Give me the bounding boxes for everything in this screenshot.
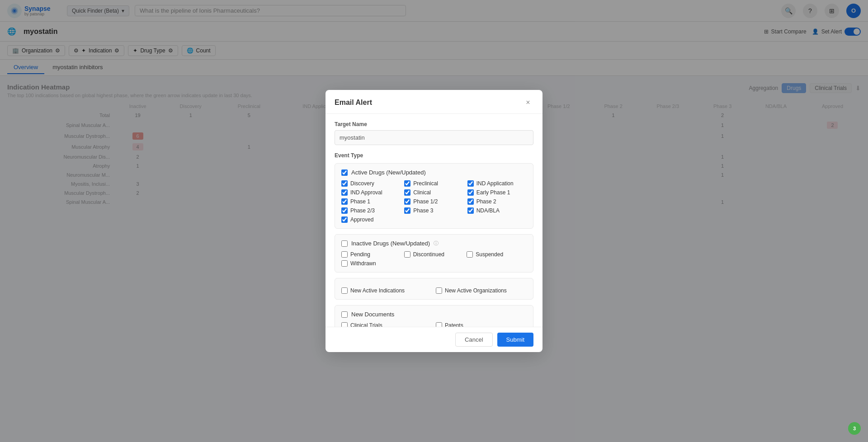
modal-header: Email Alert × xyxy=(326,90,542,114)
event-type-label: Event Type xyxy=(335,152,533,159)
modal-close-button[interactable]: × xyxy=(523,97,533,108)
phase12-option[interactable]: Phase 1/2 xyxy=(404,198,463,205)
modal-body: Target Name Event Type Active Drugs (New… xyxy=(326,114,542,214)
early-phase1-option[interactable]: Early Phase 1 xyxy=(467,189,527,196)
target-name-label: Target Name xyxy=(335,121,533,127)
phase3-option[interactable]: Phase 3 xyxy=(404,207,463,214)
discovery-option[interactable]: Discovery xyxy=(341,180,401,187)
ind-approval-option[interactable]: IND Approval xyxy=(341,189,401,196)
ndabla-option[interactable]: NDA/BLA xyxy=(467,207,527,214)
modal-overlay: Email Alert × Target Name Event Type Act… xyxy=(0,0,868,214)
active-drugs-checkbox[interactable] xyxy=(341,169,348,176)
preclinical-option[interactable]: Preclinical xyxy=(404,180,463,187)
active-drugs-section: Active Drugs (New/Updated) Discovery Pre… xyxy=(335,163,533,214)
modal-title: Email Alert xyxy=(335,99,372,107)
phase2-option[interactable]: Phase 2 xyxy=(467,198,527,205)
target-name-input[interactable] xyxy=(335,130,533,145)
phase1-option[interactable]: Phase 1 xyxy=(341,198,401,205)
email-alert-modal: Email Alert × Target Name Event Type Act… xyxy=(326,90,542,214)
phase23-option[interactable]: Phase 2/3 xyxy=(341,207,401,214)
clinical-option[interactable]: Clinical xyxy=(404,189,463,196)
active-drugs-header: Active Drugs (New/Updated) xyxy=(341,169,527,176)
ind-application-option[interactable]: IND Application xyxy=(467,180,527,187)
active-drugs-label: Active Drugs (New/Updated) xyxy=(351,169,426,176)
active-drugs-options: Discovery Preclinical IND Application IN… xyxy=(341,180,527,214)
